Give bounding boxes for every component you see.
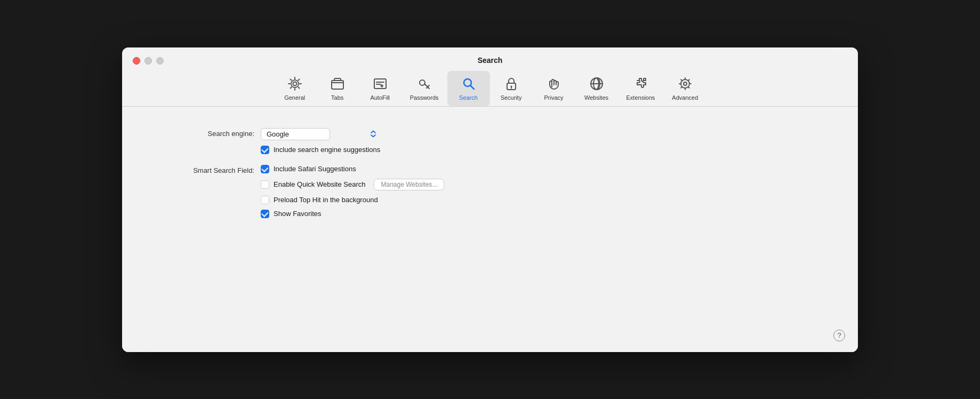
tab-security[interactable]: Security xyxy=(490,71,533,106)
tab-advanced[interactable]: Advanced xyxy=(663,71,706,106)
tab-general[interactable]: General xyxy=(274,71,316,106)
tab-security-label: Security xyxy=(501,94,522,101)
preload-top-hit-label: Preload Top Hit in the background xyxy=(274,196,378,204)
hand-icon xyxy=(545,75,563,92)
smart-search-controls: Include Safari Suggestions Enable Quick … xyxy=(261,165,444,218)
include-suggestions-label: Include search engine suggestions xyxy=(274,146,380,154)
tab-privacy[interactable]: Privacy xyxy=(533,71,575,106)
traffic-lights xyxy=(133,57,164,65)
svg-point-5 xyxy=(420,80,425,85)
close-button[interactable] xyxy=(133,57,140,65)
preferences-window: Search General xyxy=(122,47,858,352)
tab-websites-label: Websites xyxy=(584,94,608,101)
tab-autofill-label: AutoFill xyxy=(370,94,390,101)
safari-suggestions-row: Include Safari Suggestions xyxy=(261,165,444,173)
tab-passwords-label: Passwords xyxy=(410,94,439,101)
window-title: Search xyxy=(478,56,503,65)
maximize-button[interactable] xyxy=(156,57,164,65)
tab-privacy-label: Privacy xyxy=(544,94,563,101)
svg-rect-2 xyxy=(332,81,343,89)
tab-extensions-label: Extensions xyxy=(626,94,655,101)
tab-general-label: General xyxy=(284,94,305,101)
minimize-button[interactable] xyxy=(144,57,152,65)
gear-advanced-icon xyxy=(677,75,694,92)
tab-websites[interactable]: Websites xyxy=(575,71,618,106)
svg-point-1 xyxy=(291,80,299,87)
select-arrow-icon xyxy=(369,130,377,138)
smart-search-label: Smart Search Field: xyxy=(154,165,261,174)
svg-point-13 xyxy=(684,82,687,85)
search-engine-select[interactable]: Google Yahoo Bing DuckDuckGo Ecosia xyxy=(261,128,330,140)
tab-tabs[interactable]: Tabs xyxy=(316,71,359,106)
search-engine-select-wrapper: Google Yahoo Bing DuckDuckGo Ecosia xyxy=(261,128,380,140)
tab-passwords[interactable]: Passwords xyxy=(401,71,447,106)
preload-top-hit-checkbox[interactable] xyxy=(261,196,269,204)
show-favorites-row: Show Favorites xyxy=(261,210,444,218)
autofill-icon xyxy=(372,75,389,92)
search-icon xyxy=(460,75,477,92)
svg-line-7 xyxy=(470,85,474,89)
gear-icon xyxy=(286,75,303,92)
titlebar: Search General xyxy=(122,47,858,106)
tab-extensions[interactable]: Extensions xyxy=(618,71,664,106)
tab-search[interactable]: Search xyxy=(447,71,490,106)
help-button[interactable]: ? xyxy=(833,330,845,341)
safari-suggestions-checkbox[interactable] xyxy=(261,165,269,173)
quick-website-search-checkbox[interactable] xyxy=(261,180,269,189)
tabs-icon xyxy=(329,75,346,92)
content-area: Search engine: Google Yahoo Bing DuckDuc… xyxy=(122,107,858,352)
globe-icon xyxy=(588,75,605,92)
smart-search-row: Smart Search Field: Include Safari Sugge… xyxy=(154,165,826,218)
tab-search-label: Search xyxy=(459,94,478,101)
manage-websites-button[interactable]: Manage Websites... xyxy=(374,179,444,190)
quick-website-search-row: Enable Quick Website Search Manage Websi… xyxy=(261,179,444,190)
search-engine-controls: Google Yahoo Bing DuckDuckGo Ecosia xyxy=(261,128,380,154)
include-suggestions-checkbox[interactable] xyxy=(261,146,269,154)
tab-tabs-label: Tabs xyxy=(331,94,343,101)
tab-autofill[interactable]: AutoFill xyxy=(359,71,401,106)
show-favorites-checkbox[interactable] xyxy=(261,210,269,218)
safari-suggestions-label: Include Safari Suggestions xyxy=(274,165,356,173)
tab-advanced-label: Advanced xyxy=(672,94,698,101)
puzzle-icon xyxy=(632,75,649,92)
show-favorites-label: Show Favorites xyxy=(274,210,322,218)
preload-top-hit-row: Preload Top Hit in the background xyxy=(261,196,444,204)
search-engine-label: Search engine: xyxy=(154,128,261,138)
lock-icon xyxy=(503,75,520,92)
svg-point-0 xyxy=(293,82,296,85)
toolbar: General Tabs xyxy=(133,71,847,106)
svg-point-14 xyxy=(681,79,689,88)
search-engine-row: Search engine: Google Yahoo Bing DuckDuc… xyxy=(154,128,826,154)
key-icon xyxy=(416,75,433,92)
quick-website-search-label: Enable Quick Website Search xyxy=(274,180,365,188)
include-suggestions-row: Include search engine suggestions xyxy=(261,146,380,154)
settings-content: Search engine: Google Yahoo Bing DuckDuc… xyxy=(122,107,858,352)
